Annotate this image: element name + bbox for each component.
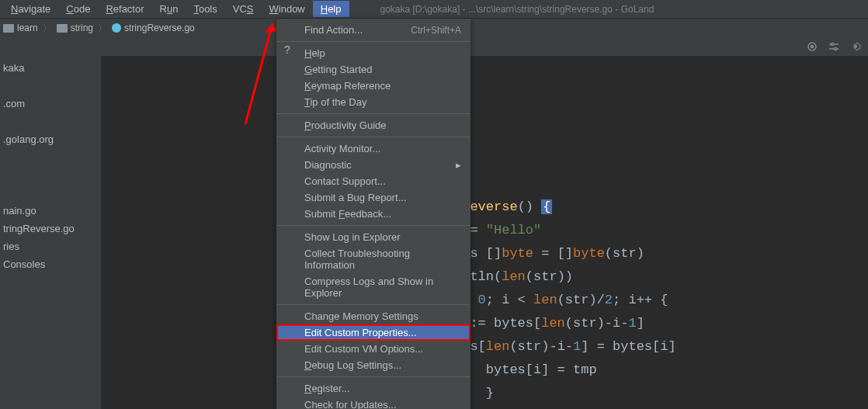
help-menu-diagnostic[interactable]: Diagnostic▸ bbox=[276, 157, 470, 173]
sidebar: kaka .com .golang.org nain.gotringRevers… bbox=[0, 56, 101, 409]
code-line: intln(len(str)) bbox=[454, 265, 676, 289]
gofile-icon bbox=[112, 23, 121, 33]
code-editor[interactable]: 1213 in t" gReverse() {r = "Hello"tes []… bbox=[101, 56, 868, 409]
sidebar-item[interactable]: .com bbox=[0, 95, 101, 113]
menu-separator bbox=[276, 113, 470, 114]
code-line bbox=[454, 172, 676, 196]
window-title: gokaka [D:\gokaka] - ...\src\learn\strin… bbox=[380, 4, 654, 15]
help-menu-compress-logs-and-show-in-explorer[interactable]: Compress Logs and Show in Explorer bbox=[276, 273, 470, 301]
code-line: := 0; i < len(str)/2; i++ { bbox=[454, 289, 676, 312]
menu-separator bbox=[276, 41, 470, 42]
code-line: p := bytes[len(str)-i-1] bbox=[454, 312, 676, 335]
code-line: in bbox=[454, 56, 676, 79]
help-question-icon: ? bbox=[284, 43, 290, 56]
help-menu-getting-started[interactable]: Getting Started bbox=[276, 61, 470, 78]
code-line bbox=[454, 79, 676, 102]
breadcrumb-string[interactable]: string bbox=[57, 23, 93, 33]
breadcrumb-stringReverse-go[interactable]: stringReverse.go bbox=[112, 23, 195, 33]
gear-icon[interactable] bbox=[849, 40, 862, 53]
menu-code[interactable]: Code bbox=[58, 1, 98, 17]
breadcrumb-learn[interactable]: learn bbox=[3, 23, 38, 33]
help-menu-submit-feedback[interactable]: Submit Feedback... bbox=[276, 206, 470, 222]
help-menu-check-for-updates[interactable]: Check for Updates... bbox=[276, 397, 470, 409]
help-menu-keymap-reference[interactable]: Keymap Reference bbox=[276, 78, 470, 94]
menubar: NavigateCodeRefactorRunToolsVCSWindowHel… bbox=[0, 0, 868, 19]
help-menu-edit-custom-properties[interactable]: Edit Custom Properties... bbox=[276, 324, 470, 341]
settings-icon[interactable] bbox=[828, 40, 840, 53]
sidebar-item bbox=[0, 113, 101, 130]
sidebar-item[interactable]: kaka bbox=[0, 59, 101, 77]
menu-vcs[interactable]: VCS bbox=[225, 1, 262, 17]
menu-refactor[interactable]: Refactor bbox=[98, 1, 151, 17]
menu-run[interactable]: Run bbox=[152, 1, 186, 17]
sidebar-item bbox=[0, 166, 101, 184]
folder-icon bbox=[3, 24, 14, 33]
code-line: t" bbox=[454, 126, 676, 149]
help-menu-edit-custom-vm-options[interactable]: Edit Custom VM Options... bbox=[276, 341, 470, 357]
menu-window[interactable]: Window bbox=[262, 1, 313, 17]
menu-help[interactable]: Help bbox=[313, 1, 349, 17]
svg-point-1 bbox=[811, 46, 814, 48]
help-menu-collect-troubleshooting-information[interactable]: Collect Troubleshooting Information bbox=[276, 245, 470, 273]
sidebar-item[interactable]: Consoles bbox=[0, 255, 101, 273]
menu-navigate[interactable]: Navigate bbox=[3, 1, 58, 17]
sidebar-item[interactable]: .golang.org bbox=[0, 130, 101, 148]
help-menu-debug-log-settings[interactable]: Debug Log Settings... bbox=[276, 357, 470, 373]
sidebar-item[interactable]: nain.go bbox=[0, 202, 101, 220]
sidebar-item bbox=[0, 148, 101, 166]
menu-separator bbox=[276, 225, 470, 226]
code-line: tes[len(str)-i-1] = bytes[i] bbox=[454, 335, 676, 359]
menu-separator bbox=[276, 304, 470, 305]
help-menu-activity-monitor[interactable]: Activity Monitor... bbox=[276, 140, 470, 157]
help-menu-tip-of-the-day[interactable]: Tip of the Day bbox=[276, 94, 470, 110]
code-line: r = "Hello" bbox=[454, 219, 676, 242]
code-line: bytes[i] = tmp bbox=[454, 359, 676, 382]
sidebar-item bbox=[0, 184, 101, 202]
chevron-right-icon: 〉 bbox=[43, 22, 52, 35]
help-menu-productivity-guide[interactable]: Productivity Guide bbox=[276, 117, 470, 133]
help-menu-contact-support[interactable]: Contact Support... bbox=[276, 173, 470, 189]
help-menu: ? Find Action...Ctrl+Shift+AHelpGetting … bbox=[276, 19, 470, 409]
sidebar-item[interactable]: tringReverse.go bbox=[0, 220, 101, 237]
code-line bbox=[454, 102, 676, 126]
code-content: in t" gReverse() {r = "Hello"tes []byte … bbox=[454, 56, 676, 405]
menu-separator bbox=[276, 376, 470, 377]
help-menu-change-memory-settings[interactable]: Change Memory Settings bbox=[276, 308, 470, 324]
help-menu-register[interactable]: Register... bbox=[276, 380, 470, 397]
code-line: } bbox=[454, 382, 676, 405]
menu-tools[interactable]: Tools bbox=[186, 1, 224, 17]
code-line: gReverse() { bbox=[454, 196, 676, 219]
sidebar-item[interactable]: ries bbox=[0, 237, 101, 255]
help-menu-help[interactable]: Help bbox=[276, 45, 470, 61]
target-icon[interactable] bbox=[806, 40, 818, 53]
help-menu-find-action[interactable]: Find Action...Ctrl+Shift+A bbox=[276, 22, 470, 38]
help-menu-submit-a-bug-report[interactable]: Submit a Bug Report... bbox=[276, 189, 470, 206]
chevron-right-icon: ▸ bbox=[456, 159, 461, 171]
menu-separator bbox=[276, 137, 470, 137]
shortcut-text: Ctrl+Shift+A bbox=[411, 25, 461, 36]
folder-icon bbox=[57, 24, 68, 33]
code-line bbox=[454, 149, 676, 172]
svg-point-5 bbox=[835, 48, 837, 50]
help-menu-show-log-in-explorer[interactable]: Show Log in Explorer bbox=[276, 229, 470, 245]
chevron-right-icon: 〉 bbox=[98, 22, 107, 35]
code-line: tes []byte = []byte(str) bbox=[454, 242, 676, 265]
svg-point-4 bbox=[832, 43, 834, 46]
sidebar-item bbox=[0, 77, 101, 95]
